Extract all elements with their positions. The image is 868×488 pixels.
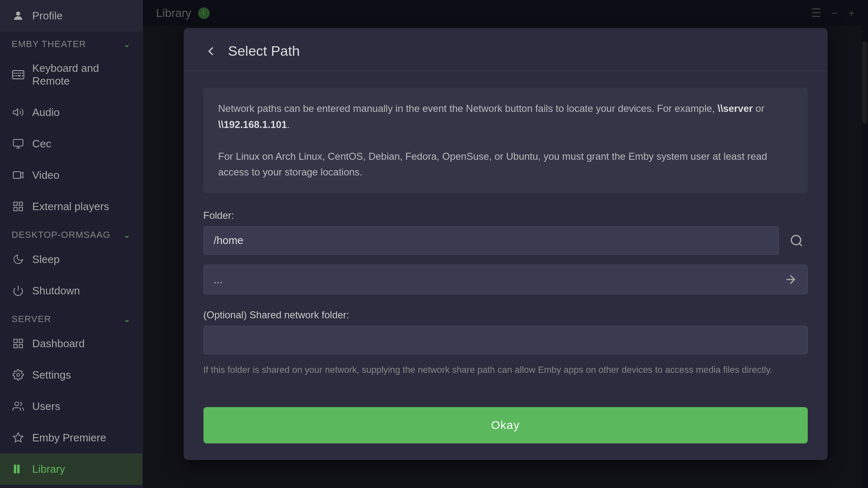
dialog-overlay: Select Path Network paths can be entered…	[143, 0, 868, 488]
optional-label: (Optional) Shared network folder:	[203, 309, 808, 321]
svg-rect-1	[12, 71, 24, 79]
library-icon	[12, 462, 25, 476]
sidebar-item-sleep[interactable]: Sleep	[0, 244, 142, 275]
chevron-down-icon-2: ⌄	[123, 230, 131, 240]
info-bold-ip: \\192.168.1.101	[218, 119, 287, 130]
chevron-down-icon: ⌄	[123, 39, 131, 49]
svg-marker-15	[21, 172, 23, 178]
section-label-desktop: DESKTOP-ORMSAAG	[12, 230, 111, 240]
folder-input[interactable]	[203, 226, 779, 255]
sidebar-item-library[interactable]: Library	[0, 453, 142, 485]
sidebar-label-audio: Audio	[32, 106, 60, 119]
sidebar-label-video: Video	[32, 169, 59, 182]
svg-rect-23	[14, 344, 17, 348]
sidebar: Profile Emby Theater ⌄ Keyboard and Remo…	[0, 0, 143, 488]
person-icon	[12, 9, 25, 22]
ok-button[interactable]: Okay	[203, 407, 808, 443]
sidebar-label-cec: Cec	[32, 137, 51, 150]
sidebar-item-settings[interactable]: Settings	[0, 359, 142, 391]
sidebar-label-keyboard-remote: Keyboard and Remote	[32, 62, 131, 88]
section-label-emby-theater: Emby Theater	[12, 39, 86, 50]
sidebar-item-shutdown[interactable]: Shutdown	[0, 275, 142, 306]
dashboard-icon	[12, 337, 25, 350]
sidebar-label-library: Library	[32, 463, 65, 476]
svg-line-41	[799, 243, 802, 246]
svg-rect-18	[14, 207, 17, 211]
svg-marker-27	[13, 433, 23, 442]
sidebar-item-live-tv[interactable]: Live TV	[0, 485, 142, 488]
sidebar-label-profile: Profile	[32, 9, 63, 22]
grid-icon	[12, 200, 25, 213]
audio-icon	[12, 106, 25, 119]
path-ellipsis: ...	[214, 273, 777, 286]
sidebar-item-keyboard-remote[interactable]: Keyboard and Remote	[0, 53, 142, 97]
sidebar-section-emby-theater[interactable]: Emby Theater ⌄	[0, 31, 142, 53]
sidebar-item-users[interactable]: Users	[0, 391, 142, 422]
sidebar-section-desktop[interactable]: DESKTOP-ORMSAAG ⌄	[0, 222, 142, 244]
sidebar-section-server[interactable]: Server ⌄	[0, 306, 142, 328]
info-bold-server: \\server	[717, 103, 752, 114]
sidebar-item-dashboard[interactable]: Dashboard	[0, 328, 142, 359]
section-label-server: Server	[12, 314, 51, 325]
select-path-dialog: Select Path Network paths can be entered…	[184, 28, 828, 460]
video-icon	[12, 168, 25, 182]
svg-rect-16	[14, 202, 17, 206]
users-icon	[12, 400, 25, 413]
svg-rect-14	[13, 172, 21, 178]
info-box: Network paths can be entered manually in…	[203, 88, 808, 193]
back-button[interactable]	[203, 44, 218, 59]
svg-rect-29	[17, 465, 20, 474]
gear-icon	[12, 368, 25, 381]
svg-rect-24	[19, 344, 22, 348]
keyboard-icon	[12, 68, 25, 81]
folder-search-button[interactable]	[785, 230, 808, 252]
sidebar-item-emby-premiere[interactable]: Emby Premiere	[0, 422, 142, 453]
sidebar-label-emby-premiere: Emby Premiere	[32, 431, 106, 444]
star-icon	[12, 431, 25, 444]
sidebar-item-audio[interactable]: Audio	[0, 97, 142, 128]
svg-rect-21	[14, 339, 17, 343]
dialog-body: Network paths can be entered manually in…	[184, 71, 828, 393]
sidebar-item-profile[interactable]: Profile	[0, 0, 142, 31]
sidebar-label-shutdown: Shutdown	[32, 284, 80, 297]
sleep-icon	[12, 253, 25, 266]
svg-rect-19	[19, 207, 22, 211]
dialog-footer: Okay	[184, 394, 828, 460]
dialog-header: Select Path	[184, 28, 828, 71]
folder-row	[203, 226, 808, 255]
path-navigate-button[interactable]	[783, 272, 797, 287]
svg-rect-17	[19, 202, 22, 206]
dialog-title: Select Path	[228, 43, 300, 59]
svg-point-26	[15, 402, 19, 406]
svg-rect-11	[13, 140, 23, 146]
svg-rect-28	[14, 465, 17, 474]
sidebar-item-cec[interactable]: Cec	[0, 128, 142, 159]
svg-point-0	[16, 12, 20, 16]
info-text-2: For Linux on Arch Linux, CentOS, Debian,…	[218, 149, 793, 180]
sidebar-label-users: Users	[32, 400, 60, 413]
power-icon	[12, 284, 25, 297]
sidebar-label-sleep: Sleep	[32, 253, 60, 266]
path-row[interactable]: ...	[203, 265, 808, 294]
sidebar-item-external-players[interactable]: External players	[0, 191, 142, 222]
sidebar-item-video[interactable]: Video	[0, 159, 142, 191]
folder-label: Folder:	[203, 210, 808, 221]
sidebar-label-external-players: External players	[32, 200, 109, 213]
svg-point-25	[17, 374, 20, 377]
monitor-icon	[12, 137, 25, 150]
sidebar-label-dashboard: Dashboard	[32, 337, 85, 350]
hint-text: If this folder is shared on your network…	[203, 362, 808, 377]
chevron-down-icon-3: ⌄	[123, 314, 131, 324]
network-folder-input[interactable]	[203, 326, 808, 354]
sidebar-label-settings: Settings	[32, 369, 71, 381]
main-content: Library i ☰ − + Select Path Netw	[143, 0, 868, 488]
info-text-1: Network paths can be entered manually in…	[218, 101, 793, 133]
svg-rect-22	[19, 339, 22, 343]
svg-point-40	[791, 235, 801, 245]
